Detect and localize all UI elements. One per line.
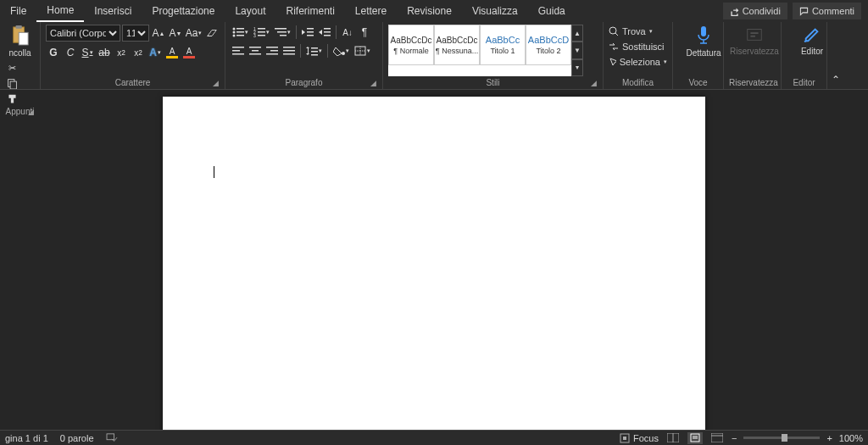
svg-rect-17	[275, 28, 287, 30]
strike-button[interactable]: ab	[97, 45, 112, 60]
svg-rect-29	[249, 47, 261, 48]
superscript-button[interactable]: x2	[131, 45, 146, 60]
tab-review[interactable]: Revisione	[397, 0, 462, 22]
align-right-icon	[266, 46, 278, 56]
read-mode-button[interactable]	[665, 432, 681, 444]
copy-button[interactable]	[5, 76, 19, 90]
dictate-button[interactable]: Dettatura	[678, 25, 729, 58]
svg-line-47	[615, 33, 618, 36]
svg-point-7	[233, 31, 236, 34]
borders-button[interactable]: ▾	[353, 43, 372, 58]
zoom-level[interactable]: 100%	[839, 433, 863, 443]
replace-button[interactable]: Sostituisci	[609, 40, 667, 53]
word-count[interactable]: 0 parole	[60, 433, 94, 443]
cut-button[interactable]: ✂	[5, 61, 19, 75]
font-launcher[interactable]: ◢	[211, 79, 220, 87]
line-spacing-icon	[306, 46, 318, 56]
focus-mode-button[interactable]: Focus	[620, 433, 659, 443]
style-heading2[interactable]: AaBbCcD Titolo 2	[526, 25, 571, 65]
svg-rect-52	[107, 433, 114, 439]
paste-button[interactable]: ncolla	[5, 25, 35, 58]
sort-button[interactable]: A↓	[340, 25, 355, 40]
share-button[interactable]: Condividi	[723, 3, 787, 19]
tab-insert[interactable]: Inserisci	[84, 0, 142, 22]
indent-button[interactable]	[317, 25, 332, 40]
svg-rect-19	[280, 35, 287, 36]
sensitivity-icon	[745, 25, 764, 43]
find-button[interactable]: Trova▾	[609, 25, 667, 38]
eraser-icon	[206, 27, 218, 39]
subscript-button[interactable]: x2	[114, 45, 129, 60]
zoom-in-button[interactable]: +	[826, 433, 832, 443]
outdent-button[interactable]	[300, 25, 315, 40]
shrink-font-button[interactable]: A▼	[168, 25, 183, 41]
clear-format-button[interactable]	[204, 25, 220, 41]
align-right-button[interactable]	[264, 43, 280, 58]
align-center-button[interactable]	[248, 43, 263, 58]
clipboard-launcher[interactable]: ◢	[26, 108, 35, 116]
font-size-select[interactable]: 11	[122, 25, 149, 42]
collapse-ribbon-button[interactable]: ⌃	[827, 22, 844, 89]
style-heading1[interactable]: AaBbCc Titolo 1	[480, 25, 526, 65]
format-painter-button[interactable]	[5, 92, 19, 105]
show-marks-button[interactable]: ¶	[357, 25, 372, 40]
shading-button[interactable]: ▾	[331, 43, 351, 58]
zoom-slider[interactable]	[743, 437, 820, 439]
select-label: Seleziona	[620, 57, 660, 67]
numbering-button[interactable]: 123▾	[252, 25, 271, 40]
outdent-icon	[302, 27, 314, 37]
tab-help[interactable]: Guida	[528, 0, 576, 22]
tab-design[interactable]: Progettazione	[142, 0, 225, 22]
styles-launcher[interactable]: ◢	[589, 79, 598, 87]
zoom-thumb[interactable]	[782, 434, 787, 442]
page[interactable]	[163, 97, 705, 430]
tab-file[interactable]: File	[0, 0, 36, 22]
replace-label: Sostituisci	[622, 42, 665, 52]
styles-down-button[interactable]: ▼	[571, 42, 583, 58]
grow-font-button[interactable]: A▲	[151, 25, 166, 41]
paragraph-launcher[interactable]: ◢	[369, 79, 377, 87]
style-name: Titolo 2	[536, 47, 560, 55]
text-effects-button[interactable]: A▾	[147, 45, 163, 60]
comments-button[interactable]: Commenti	[793, 3, 861, 19]
zoom-out-button[interactable]: −	[732, 433, 737, 443]
tab-home[interactable]: Home	[36, 0, 84, 22]
svg-rect-41	[311, 54, 318, 56]
font-group-label: Carattere ◢	[46, 76, 220, 89]
align-left-button[interactable]	[231, 43, 246, 58]
page-indicator[interactable]: gina 1 di 1	[5, 433, 48, 443]
styles-up-button[interactable]: ▲	[571, 25, 583, 42]
font-name-select[interactable]: Calibri (Corpo)	[46, 25, 120, 42]
print-layout-button[interactable]	[687, 432, 703, 444]
bold-button[interactable]: G	[46, 45, 61, 60]
svg-rect-32	[266, 47, 278, 48]
svg-rect-28	[232, 53, 244, 55]
spellcheck-icon[interactable]	[106, 433, 118, 443]
svg-rect-31	[249, 53, 261, 55]
highlight-button[interactable]: A	[164, 45, 180, 60]
svg-rect-23	[324, 28, 331, 30]
numbering-icon: 123	[253, 27, 265, 37]
change-case-button[interactable]: Aa▾	[185, 25, 203, 41]
multilevel-button[interactable]: ▾	[273, 25, 292, 40]
tab-view[interactable]: Visualizza	[462, 0, 528, 22]
replace-icon	[609, 42, 619, 52]
line-spacing-button[interactable]: ▾	[304, 43, 324, 58]
document-area[interactable]	[0, 90, 868, 430]
styles-more-button[interactable]: ▾	[571, 59, 583, 76]
tab-layout[interactable]: Layout	[225, 0, 275, 22]
underline-button[interactable]: S▾	[80, 45, 95, 60]
tab-references[interactable]: Riferimenti	[275, 0, 344, 22]
font-color-button[interactable]: A	[181, 45, 197, 60]
bullets-button[interactable]: ▾	[231, 25, 250, 40]
select-button[interactable]: Seleziona▾	[609, 55, 667, 69]
style-no-spacing[interactable]: AaBbCcDc ¶ Nessuna...	[434, 25, 480, 65]
svg-rect-48	[701, 26, 706, 36]
tab-mailings[interactable]: Lettere	[345, 0, 397, 22]
style-normal[interactable]: AaBbCcDc ¶ Normale	[388, 25, 434, 65]
scissors-icon: ✂	[8, 63, 16, 74]
italic-button[interactable]: C	[63, 45, 78, 60]
justify-button[interactable]	[281, 43, 297, 58]
web-layout-button[interactable]	[709, 432, 725, 444]
paragraph-group-label: Paragrafo ◢	[231, 76, 377, 89]
